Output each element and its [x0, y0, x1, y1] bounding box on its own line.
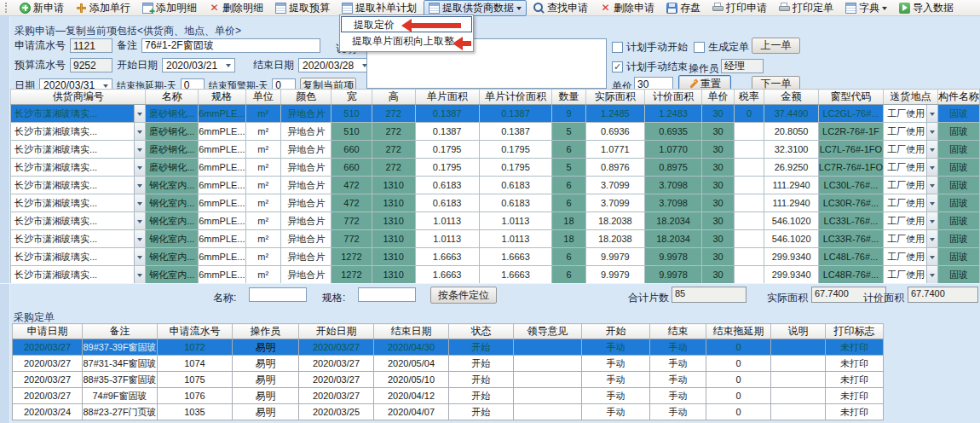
table-cell[interactable]: 异地合片 [280, 212, 331, 230]
toolbar-button-new-request[interactable]: 新申请 [14, 0, 69, 16]
toolbar-button-add-detail[interactable]: 添加明细 [137, 0, 202, 16]
table-cell[interactable]: 钢化室内... [146, 194, 199, 212]
dropdown-button[interactable] [926, 248, 937, 265]
table-cell[interactable]: 0.1387 [479, 105, 552, 123]
manual-start-checkbox[interactable]: 计划手动开始 [612, 40, 688, 55]
table-row[interactable]: 长沙市潇湘玻璃实...磨砂钢化...6mmPLE...m²异地合片6602720… [11, 159, 980, 177]
table-cell[interactable]: 长沙市潇湘玻璃实... [11, 105, 146, 123]
table-cell[interactable]: 工厂使用 [884, 266, 938, 284]
dropdown-button[interactable] [134, 248, 145, 265]
table-cell[interactable]: 异地合片 [280, 159, 331, 177]
table-cell[interactable]: 5 [552, 123, 585, 141]
table-cell[interactable]: m² [245, 105, 280, 123]
dropdown-button[interactable] [134, 194, 145, 212]
table-cell[interactable]: 546.1020 [764, 212, 818, 230]
dropdown-button[interactable] [926, 159, 937, 176]
filter-spec-input[interactable] [358, 287, 416, 302]
table-cell[interactable]: 长沙市潇湘玻璃实... [11, 194, 146, 212]
table-cell[interactable]: 6mmPLE... [199, 159, 245, 177]
table-cell[interactable]: 272 [372, 159, 415, 177]
table-cell[interactable]: 6mmPLE... [199, 105, 245, 123]
table-cell[interactable]: 6mmPLE... [199, 177, 245, 194]
table-cell[interactable]: 1072 [158, 339, 233, 356]
table-cell[interactable] [734, 141, 764, 159]
dropdown-button[interactable] [134, 105, 145, 122]
toolbar-button-dictionary[interactable]: 字典 [840, 0, 892, 16]
table-cell[interactable]: 未打印 [826, 388, 884, 404]
table-cell[interactable]: 1.0113 [479, 212, 552, 230]
table-cell[interactable]: 87#31-34F窗固玻 [83, 356, 158, 372]
table-row[interactable]: 2020/03/2787#31-34F窗固玻1074易明2020/03/2720… [13, 356, 884, 372]
table-cell[interactable]: 工厂使用 [884, 248, 938, 266]
toolbar-button-delete-detail[interactable]: 删除明细 [204, 0, 268, 16]
table-cell[interactable]: 299.9340 [764, 248, 818, 266]
table-cell[interactable] [771, 339, 826, 356]
table-cell[interactable] [514, 356, 582, 372]
table-cell[interactable]: 手动 [650, 356, 706, 372]
table-cell[interactable]: 6mmPLE... [199, 141, 245, 159]
toolbar-button-import-data[interactable]: 导入数据 [894, 0, 959, 16]
table-cell[interactable]: 272 [372, 105, 415, 123]
table-cell[interactable]: 30 [702, 105, 735, 123]
table-cell[interactable]: 660 [331, 141, 372, 159]
table-cell[interactable]: 钢化室内... [146, 177, 199, 194]
table-cell[interactable]: 1.2485 [585, 105, 644, 123]
table-cell[interactable]: 2020/03/27 [299, 388, 374, 404]
table-cell[interactable]: 30 [702, 194, 735, 212]
table-cell[interactable]: 37.4490 [764, 105, 818, 123]
table-cell[interactable] [734, 194, 764, 212]
table-cell[interactable]: 1076 [158, 388, 233, 404]
table-cell[interactable]: 长沙市潇湘玻璃实... [11, 141, 146, 159]
table-cell[interactable]: LC30R-76#... [818, 194, 883, 212]
table-cell[interactable]: 0 [706, 356, 771, 372]
table-cell[interactable]: 易明 [233, 372, 299, 388]
table-cell[interactable]: 固玻 [937, 177, 979, 194]
table-cell[interactable]: 1.0113 [415, 212, 479, 230]
table-cell[interactable]: 易明 [233, 339, 299, 356]
dropdown-button[interactable] [926, 141, 937, 158]
table-cell[interactable]: 0.6183 [479, 194, 552, 212]
table-cell[interactable]: 660 [331, 159, 372, 177]
table-cell[interactable]: 0 [706, 372, 771, 388]
table-cell[interactable]: 未打印 [826, 339, 884, 356]
dropdown-button[interactable] [134, 123, 145, 140]
table-cell[interactable] [771, 404, 826, 420]
toolbar-button-find-request[interactable]: 查找申请 [528, 0, 593, 16]
table-row[interactable]: 2020/03/2774#9F窗固玻1076易明2020/03/272020/0… [13, 388, 884, 404]
dropdown-button[interactable] [134, 212, 145, 229]
table-cell[interactable]: 异地合片 [280, 230, 331, 248]
table-cell[interactable]: 1.6663 [479, 266, 552, 284]
table-cell[interactable]: 772 [331, 230, 372, 248]
table-cell[interactable]: 3.7099 [585, 194, 644, 212]
table-cell[interactable]: 长沙市潇湘玻璃实... [11, 230, 146, 248]
table-row[interactable]: 长沙市潇湘玻璃实...钢化室内...6mmPLE...m²异地合片1272131… [11, 266, 980, 284]
table-cell[interactable]: 1310 [372, 266, 415, 284]
table-cell[interactable]: 固玻 [937, 266, 979, 284]
table-cell[interactable] [734, 123, 764, 141]
table-cell[interactable]: 工厂使用 [884, 230, 938, 248]
table-cell[interactable]: 手动 [582, 404, 650, 420]
table-cell[interactable]: 手动 [650, 339, 706, 356]
table-row[interactable]: 2020/03/2488#23-27F门页玻1035易明2020/03/2520… [13, 404, 884, 420]
table-cell[interactable]: 1272 [331, 266, 372, 284]
table-cell[interactable]: 1310 [372, 177, 415, 194]
table-cell[interactable]: 6mmPLE... [199, 212, 245, 230]
table-cell[interactable]: 工厂使用 [884, 105, 938, 123]
table-cell[interactable]: 固玻 [937, 141, 979, 159]
table-cell[interactable]: 9.9978 [644, 248, 701, 266]
table-cell[interactable]: LC2GL-76#... [818, 105, 883, 123]
table-cell[interactable]: 472 [331, 177, 372, 194]
table-cell[interactable]: 钢化室内... [146, 230, 199, 248]
table-cell[interactable]: 1.2483 [644, 105, 701, 123]
operator-input[interactable] [721, 59, 764, 73]
table-cell[interactable]: 20.8050 [764, 123, 818, 141]
table-cell[interactable]: 18 [552, 230, 585, 248]
table-cell[interactable]: 磨砂钢化... [146, 123, 199, 141]
table-cell[interactable]: 1.0771 [585, 141, 644, 159]
table-cell[interactable]: 1.6663 [415, 248, 479, 266]
table-cell[interactable]: 易明 [233, 404, 299, 420]
end-date-select[interactable]: 2020/03/28 [298, 58, 372, 72]
table-cell[interactable]: 工厂使用 [884, 212, 938, 230]
table-cell[interactable]: 1.6663 [415, 266, 479, 284]
table-cell[interactable]: 钢化室内... [146, 212, 199, 230]
